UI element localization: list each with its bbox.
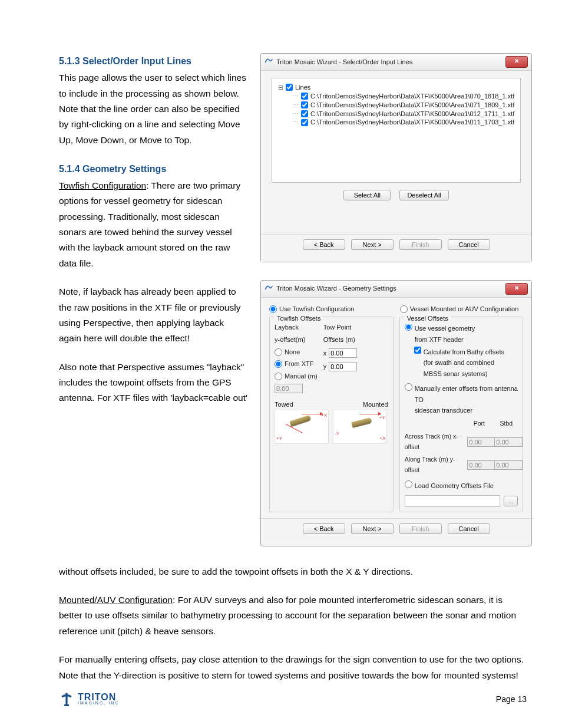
layback-manual-input bbox=[275, 384, 303, 393]
browse-file-button: ... bbox=[504, 496, 518, 506]
document-page: 5.1.3 Select/Order Input Lines This page… bbox=[0, 0, 562, 728]
geometry-settings-dialog: Triton Mosaic Wizard - Geometry Settings… bbox=[260, 280, 532, 546]
dialog2-title: Triton Mosaic Wizard - Geometry Settings bbox=[276, 283, 396, 294]
along-track-label: Along Track (m) y-offset bbox=[405, 454, 464, 476]
select-all-button[interactable]: Select All bbox=[343, 190, 391, 200]
cancel-button[interactable]: Cancel bbox=[448, 239, 490, 250]
line-item[interactable]: ⋯C:\TritonDemos\SydneyHarbor\Data\XTF\K5… bbox=[292, 118, 514, 127]
tree-collapse-icon[interactable]: ⊟ bbox=[278, 83, 283, 92]
towfish-offsets-fieldset: Towfish Offsets Layback y-offset(m) None… bbox=[269, 317, 394, 512]
towpoint-x-input[interactable] bbox=[329, 348, 357, 358]
heading-514: 5.1.4 Geometry Settings bbox=[59, 161, 247, 177]
line-item[interactable]: ⋯C:\TritonDemos\SydneyHarbor\Data\XTF\K5… bbox=[292, 110, 514, 118]
towfish-config-text: : There are two primary options for vess… bbox=[59, 180, 240, 268]
towed-diagram: +X +Y bbox=[275, 410, 329, 444]
line-checkbox[interactable] bbox=[301, 93, 308, 100]
tp-y-label: y bbox=[323, 361, 327, 372]
back-button[interactable]: < Back bbox=[303, 239, 345, 250]
port-header: Port bbox=[467, 419, 491, 429]
towpoint-head2: Offsets (m) bbox=[323, 334, 358, 345]
cancel-button[interactable]: Cancel bbox=[448, 523, 490, 534]
lines-tree[interactable]: ⊟ Lines ⋯C:\TritonDemos\SydneyHarbor\Dat… bbox=[272, 78, 521, 183]
towpoint-y-input[interactable] bbox=[329, 362, 357, 371]
towed-diagram-label: Towed bbox=[275, 399, 329, 410]
body-514-p1: Towfish Configuration: There are two pri… bbox=[59, 178, 247, 271]
line-checkbox[interactable] bbox=[301, 110, 308, 117]
close-icon[interactable]: ✕ bbox=[505, 283, 528, 295]
left-text-column: 5.1.3 Select/Order Input Lines This page… bbox=[59, 53, 247, 564]
layback-head2: y-offset(m) bbox=[275, 334, 318, 345]
body-513: This page allows the user to select whic… bbox=[59, 70, 247, 148]
right-figures-column: Triton Mosaic Wizard - Select/Order Inpu… bbox=[260, 53, 532, 564]
line-path: C:\TritonDemos\SydneyHarbor\Data\XTF\K50… bbox=[310, 118, 514, 127]
finish-button: Finish bbox=[399, 239, 442, 250]
triton-logo: TRITON IMAGING, INC bbox=[59, 691, 119, 707]
select-lines-dialog: Triton Mosaic Wizard - Select/Order Inpu… bbox=[260, 53, 532, 262]
back-button[interactable]: < Back bbox=[303, 523, 345, 534]
dialog1-titlebar: Triton Mosaic Wizard - Select/Order Inpu… bbox=[261, 54, 531, 71]
manual-offsets-radio[interactable]: Manually enter offsets from antenna TOsi… bbox=[405, 383, 518, 416]
next-button[interactable]: Next > bbox=[351, 239, 394, 250]
load-geometry-file-radio[interactable]: Load Geometry Offsets File bbox=[405, 480, 518, 492]
mounted-diagram-label: Mounted bbox=[333, 399, 388, 410]
body-514-p3-end: without offsets included, be sure to add… bbox=[59, 564, 527, 579]
dialog2-titlebar: Triton Mosaic Wizard - Geometry Settings… bbox=[261, 281, 531, 298]
across-port-input bbox=[467, 437, 495, 447]
deselect-all-button[interactable]: Deselect All bbox=[399, 190, 448, 200]
page-footer: TRITON IMAGING, INC Page 13 bbox=[59, 691, 527, 707]
mounted-config-label: Mounted/AUV Configuration bbox=[59, 595, 173, 605]
lines-root-checkbox[interactable] bbox=[286, 84, 293, 91]
page-number: Page 13 bbox=[496, 693, 527, 707]
geometry-file-path bbox=[405, 495, 501, 507]
body-514-p2: Note, if layback has already been applie… bbox=[59, 284, 247, 346]
line-checkbox[interactable] bbox=[301, 101, 308, 108]
layback-manual-radio[interactable]: Manual (m) bbox=[275, 371, 318, 382]
vessel-legend: Vessel Offsets bbox=[405, 313, 451, 324]
vessel-offsets-fieldset: Vessel Offsets Use vessel geometryfrom X… bbox=[399, 317, 524, 512]
line-path: C:\TritonDemos\SydneyHarbor\Data\XTF\K50… bbox=[310, 92, 514, 101]
brand-name: TRITON bbox=[78, 693, 119, 701]
body-514-p5: For manually entering offsets, pay close… bbox=[59, 652, 527, 683]
body-514-p4: Mounted/AUV Configuration: For AUV surve… bbox=[59, 592, 527, 639]
lines-root-label: Lines bbox=[295, 83, 310, 92]
dialog1-title: Triton Mosaic Wizard - Select/Order Inpu… bbox=[276, 57, 412, 68]
layback-none-radio[interactable]: None bbox=[275, 347, 318, 358]
brand-subtitle: IMAGING, INC bbox=[78, 701, 119, 706]
along-stbd-input bbox=[494, 460, 523, 470]
finish-button: Finish bbox=[399, 523, 442, 534]
use-xtf-header-radio[interactable]: Use vessel geometryfrom XTF header bbox=[405, 323, 518, 345]
along-port-input bbox=[467, 460, 495, 470]
triton-app-icon bbox=[265, 56, 273, 68]
line-path: C:\TritonDemos\SydneyHarbor\Data\XTF\K50… bbox=[310, 101, 514, 110]
line-item[interactable]: ⋯C:\TritonDemos\SydneyHarbor\Data\XTF\K5… bbox=[292, 92, 514, 101]
towfish-legend: Towfish Offsets bbox=[275, 313, 323, 324]
towpoint-head1: Tow Point bbox=[323, 322, 358, 333]
line-path: C:\TritonDemos\SydneyHarbor\Data\XTF\K50… bbox=[310, 110, 514, 118]
mounted-diagram: +Y +X -Y bbox=[333, 410, 387, 444]
close-icon[interactable]: ✕ bbox=[505, 56, 528, 68]
towfish-config-label: Towfish Configuration bbox=[59, 180, 146, 190]
tp-x-label: x bbox=[323, 348, 327, 359]
layback-fromxtf-radio[interactable]: From XTF bbox=[275, 358, 318, 370]
line-checkbox[interactable] bbox=[301, 119, 308, 126]
calc-bathy-checkbox[interactable]: Calculate from Bathy offsets(for swath a… bbox=[414, 347, 518, 380]
body-514-p3-start: Also note that Perspective assumes "layb… bbox=[59, 360, 247, 406]
triton-logo-icon bbox=[59, 691, 74, 707]
across-track-label: Across Track (m) x-offset bbox=[405, 431, 464, 453]
next-button[interactable]: Next > bbox=[351, 523, 394, 534]
triton-app-icon bbox=[265, 283, 273, 295]
across-stbd-input bbox=[494, 437, 523, 447]
line-item[interactable]: ⋯C:\TritonDemos\SydneyHarbor\Data\XTF\K5… bbox=[292, 101, 514, 110]
heading-513: 5.1.3 Select/Order Input Lines bbox=[59, 53, 247, 69]
stbd-header: Stbd bbox=[494, 419, 518, 429]
